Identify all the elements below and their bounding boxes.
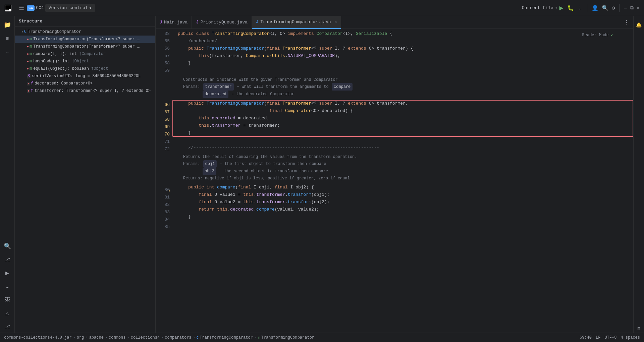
code-line-55: /unchecked/ bbox=[178, 38, 628, 45]
code-content[interactable]: Reader Mode ✓ public class TransformingC… bbox=[172, 29, 633, 333]
bread-sep1: › bbox=[73, 335, 75, 340]
tab-main-label: Main.java bbox=[164, 20, 187, 25]
method-icon5: m bbox=[30, 66, 32, 71]
project-tool-button[interactable]: 📁 bbox=[1, 19, 13, 31]
current-file-area: Current File ▾ bbox=[522, 5, 557, 10]
commit-button[interactable]: ⎇ bbox=[1, 253, 13, 266]
code-line-69: this.transformer = transformer; bbox=[178, 122, 628, 129]
problems-button[interactable]: ⚠ bbox=[1, 307, 13, 319]
vcs-label: Version control bbox=[49, 5, 88, 10]
svg-rect-2 bbox=[5, 5, 11, 9]
class-label: TransformingComparator bbox=[28, 30, 81, 34]
vcs-button[interactable]: Version control ▾ bbox=[45, 4, 95, 12]
line-numbers: 38 55 56 57 58 59 66 67 68 69 70 71 bbox=[156, 29, 172, 333]
bread-method[interactable]: mTransformingComparator bbox=[258, 335, 314, 340]
doc-returns-text: Returns the result of comparing the valu… bbox=[183, 154, 628, 160]
services-button[interactable]: ☁ bbox=[1, 280, 13, 292]
hashcode-label: hashCode(): int †Object bbox=[33, 59, 89, 64]
method-icon3: m bbox=[30, 52, 32, 56]
tree-item-hashcode[interactable]: ● m hashCode(): int †Object bbox=[15, 58, 155, 65]
method-icon2: m bbox=[30, 44, 32, 49]
tree-item-decorated[interactable]: ● f decorated: Comparator<O> bbox=[15, 80, 155, 87]
code-line-38: public class TransformingComparator<I, O… bbox=[178, 30, 628, 38]
close-button[interactable]: ✕ bbox=[637, 5, 640, 11]
doc-param-decorated: decorated bbox=[203, 91, 228, 98]
statusbar: commons-collections4-4.0.jar › org › apa… bbox=[0, 333, 644, 342]
field-icon2: f bbox=[31, 81, 33, 86]
class-icon: C bbox=[24, 30, 26, 34]
code-line-66: public TransformingComparator(final Tran… bbox=[178, 100, 628, 107]
tree-item-serial[interactable]: S serialVersionUID: long = 3456940356043… bbox=[15, 72, 155, 80]
tree-item-constructor1[interactable]: ● m TransformingComparator(Transformer<?… bbox=[15, 36, 155, 43]
image-button[interactable]: 🖼 bbox=[1, 294, 13, 306]
bread-apache[interactable]: apache bbox=[89, 335, 104, 340]
code-line-85 bbox=[178, 221, 628, 228]
code-line-81: final O value1 = this.transformer.transf… bbox=[178, 191, 628, 198]
app-logo bbox=[3, 3, 13, 13]
tree-item-class[interactable]: ▾ C TransformingComparator bbox=[15, 28, 155, 36]
hamburger-button[interactable]: ☰ bbox=[16, 3, 27, 13]
tree-item-compare[interactable]: ● m compare(I, I): int †Comparator bbox=[15, 50, 155, 58]
restore-button[interactable]: ⧉ bbox=[630, 5, 634, 11]
bread-org[interactable]: org bbox=[77, 335, 84, 340]
error-icon3: ● bbox=[27, 52, 29, 56]
notifications-icon[interactable]: 🔔 bbox=[633, 19, 644, 31]
current-file-label: Current File bbox=[522, 5, 553, 10]
run-button[interactable]: ▶ bbox=[559, 4, 563, 12]
git-button[interactable]: ⎇ bbox=[1, 321, 13, 333]
tab-main-java[interactable]: J Main.java bbox=[156, 16, 192, 29]
tree-item-equals[interactable]: ● m equals(Object): boolean †Object bbox=[15, 65, 155, 72]
indent-setting[interactable]: 4 spaces bbox=[621, 335, 640, 340]
tree-item-constructor2[interactable]: ● m TransformingComparator(Transformer<?… bbox=[15, 43, 155, 50]
structure-tool-button[interactable]: ⊞ bbox=[1, 32, 13, 44]
more-tools-button[interactable]: … bbox=[1, 46, 13, 58]
compare-label: compare(I, I): int †Comparator bbox=[33, 52, 106, 56]
more-actions-icon[interactable]: ⋮ bbox=[577, 5, 583, 11]
code-editor[interactable]: 38 55 56 57 58 59 66 67 68 69 70 71 bbox=[156, 29, 633, 333]
project-name[interactable]: CC4 bbox=[36, 5, 44, 10]
left-sidebar-icons: 📁 ⊞ … 🔍 ⎇ ▶ ☁ 🖼 ⚠ ⎇ bbox=[0, 16, 15, 333]
debug-icon[interactable]: 🐛 bbox=[567, 5, 574, 11]
topbar: ☰ CC CC4 Version control ▾ Current File … bbox=[0, 0, 644, 16]
search-everywhere-icon[interactable]: 🔍 bbox=[602, 5, 608, 11]
settings-icon[interactable]: ⚙ bbox=[612, 5, 615, 11]
tab-close-icon[interactable]: ✕ bbox=[334, 19, 337, 24]
search-button[interactable]: 🔍 bbox=[1, 240, 13, 252]
bread-jar[interactable]: commons-collections4-4.0.jar bbox=[4, 335, 72, 340]
profile-icon[interactable]: 👤 bbox=[592, 5, 598, 11]
doc-param-compare: compare bbox=[332, 83, 353, 91]
tree-item-transformer[interactable]: ● f transformer: Transformer<? super I, … bbox=[15, 87, 155, 95]
code-line-70: } bbox=[178, 129, 628, 137]
reader-mode-label: Reader Mode bbox=[582, 32, 609, 39]
line-ending[interactable]: LF bbox=[596, 335, 600, 340]
tab-priority-queue[interactable]: J PriorityQueue.java bbox=[192, 16, 252, 29]
right-sidebar-icons: 🔔 m bbox=[633, 16, 644, 333]
encoding[interactable]: UTF-8 bbox=[604, 335, 616, 340]
bread-class[interactable]: CTransformingComparator bbox=[197, 335, 253, 340]
doc-params2-label: Params: obj1 – the first object to trans… bbox=[183, 160, 628, 168]
field-icon-transformer: ● bbox=[27, 89, 30, 93]
tree-expand-icon: ▾ bbox=[21, 30, 23, 34]
bread-comparators[interactable]: comparators bbox=[165, 335, 191, 340]
doc-returns: Returns the result of comparing the valu… bbox=[178, 152, 628, 184]
reader-mode-button[interactable]: Reader Mode ✓ bbox=[582, 32, 613, 39]
transformer-label: transformer: Transformer<? super I, ? ex… bbox=[35, 89, 151, 93]
method-icon: m bbox=[30, 37, 32, 42]
bread-collections4[interactable]: collections4 bbox=[131, 335, 160, 340]
doc-param-obj1: obj1 bbox=[203, 160, 217, 168]
cursor-position[interactable]: 69:40 bbox=[580, 335, 592, 340]
minimize-button[interactable]: — bbox=[624, 5, 627, 11]
field-icon3: f bbox=[31, 89, 33, 93]
code-line-80: public int compare(final I obj1, final I… bbox=[178, 184, 628, 191]
run-tool-button[interactable]: ▶ bbox=[1, 267, 13, 279]
bread-commons[interactable]: commons bbox=[109, 335, 125, 340]
method-icon4: m bbox=[30, 59, 32, 64]
current-file-chevron[interactable]: ▾ bbox=[555, 6, 557, 10]
java-file-icon: J bbox=[160, 20, 162, 25]
code-line-56: public TransformingComparator(final Tran… bbox=[178, 45, 628, 52]
code-line-83: return this.decorated.compare(value1, va… bbox=[178, 206, 628, 213]
bread-sep2: › bbox=[85, 335, 88, 340]
tabs-menu-button[interactable]: ⋮ bbox=[620, 19, 633, 26]
tab-transforming-comparator[interactable]: J TransformingComparator.java ✕ bbox=[252, 16, 341, 29]
doc-param-transformer: transformer bbox=[203, 83, 234, 91]
